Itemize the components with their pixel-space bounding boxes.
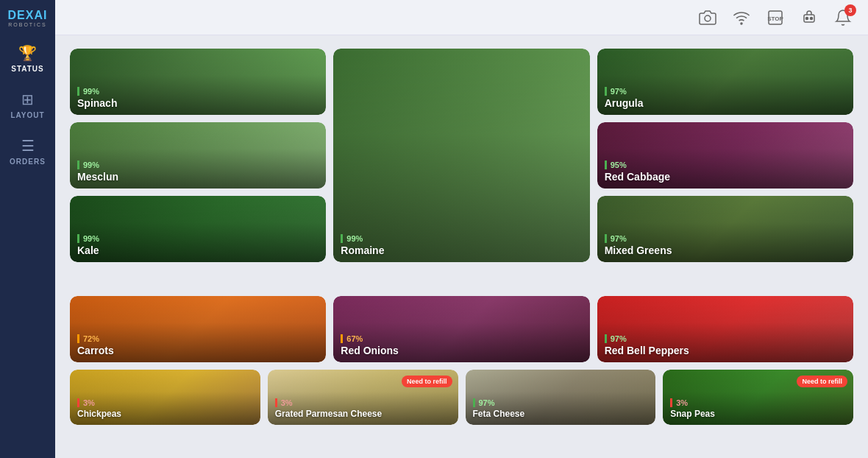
card-romaine[interactable]: 99% Romaine <box>333 49 589 262</box>
svg-text:STOP: STOP <box>767 15 783 22</box>
sidebar-label-layout: LAYOUT <box>10 111 44 119</box>
chickpeas-name: Chickpeas <box>77 409 253 419</box>
camera-icon[interactable] <box>697 7 718 28</box>
arugula-percent: 97% <box>605 87 846 96</box>
snap-peas-percent: 3% <box>670 398 846 407</box>
notification-icon[interactable]: 3 <box>833 7 853 28</box>
parmesan-refill-badge: Need to refill <box>402 376 452 387</box>
card-mixed-greens[interactable]: 97% Mixed Greens <box>597 196 853 262</box>
red-cabbage-name: Red Cabbage <box>605 171 846 183</box>
feta-percent: 97% <box>473 398 649 407</box>
top-bar: STOP 3 <box>55 0 868 35</box>
mixed-greens-name: Mixed Greens <box>605 244 846 256</box>
svg-point-6 <box>811 17 813 19</box>
card-arugula[interactable]: 97% Arugula <box>597 49 853 115</box>
stop-icon[interactable]: STOP <box>765 7 786 28</box>
red-cabbage-percent: 95% <box>605 161 846 169</box>
svg-point-1 <box>741 23 742 24</box>
card-snap-peas[interactable]: Need to refill 3% Snap Peas <box>663 370 853 425</box>
card-carrots[interactable]: 72% Carrots <box>70 296 326 362</box>
red-onions-name: Red Onions <box>341 345 582 356</box>
card-kale[interactable]: 99% Kale <box>70 196 326 262</box>
feta-name: Feta Cheese <box>473 409 649 419</box>
card-chickpeas[interactable]: 3% Chickpeas <box>70 370 260 425</box>
robot-icon[interactable] <box>799 7 819 28</box>
card-red-cabbage[interactable]: 95% Red Cabbage <box>597 122 853 189</box>
left-column: 99% Spinach 99% Mesclun <box>70 49 326 262</box>
veggies-section-row2: 3% Chickpeas Need to refill 3% Grated Pa… <box>70 370 853 425</box>
mixed-greens-percent: 97% <box>605 234 846 243</box>
chickpeas-percent: 3% <box>77 398 253 407</box>
orders-icon: ☰ <box>21 137 35 155</box>
greens-section: 99% Spinach 99% Mesclun <box>70 49 853 262</box>
arugula-name: Arugula <box>605 97 846 109</box>
right-column: 97% Arugula 95% Red Cabbage <box>597 49 853 262</box>
romaine-percent: 99% <box>341 234 582 243</box>
card-red-onions[interactable]: 67% Red Onions <box>333 296 589 362</box>
wifi-icon[interactable] <box>731 7 752 28</box>
kale-name: Kale <box>77 244 319 256</box>
red-onions-percent: 67% <box>341 334 582 343</box>
snap-peas-refill-badge: Need to refill <box>797 376 847 387</box>
sidebar-label-orders: ORDERS <box>10 158 46 166</box>
svg-point-5 <box>806 17 808 19</box>
red-bell-name: Red Bell Peppers <box>605 345 846 356</box>
parmesan-name: Grated Parmesan Cheese <box>275 409 451 419</box>
sidebar-item-status[interactable]: 🏆 STATUS <box>0 35 55 82</box>
card-grated-parmesan[interactable]: Need to refill 3% Grated Parmesan Cheese <box>268 370 458 425</box>
app-logo: DEXAI ROBOTICS <box>0 0 55 35</box>
card-red-bell-peppers[interactable]: 97% Red Bell Peppers <box>597 296 853 362</box>
sidebar-item-layout[interactable]: ⊞ LAYOUT <box>0 82 55 128</box>
sidebar-item-orders[interactable]: ☰ ORDERS <box>0 128 55 175</box>
spinach-name: Spinach <box>77 97 319 109</box>
sidebar: DEXAI ROBOTICS 🏆 STATUS ⊞ LAYOUT ☰ ORDER… <box>0 0 55 458</box>
veggies-section-row1: 72% Carrots 67% Red Onions 97% Red B <box>70 296 853 362</box>
logo-subtitle: ROBOTICS <box>8 22 48 27</box>
content-area: 99% Spinach 99% Mesclun <box>55 35 868 458</box>
romaine-name: Romaine <box>341 244 582 256</box>
card-feta-cheese[interactable]: 97% Feta Cheese <box>466 370 656 425</box>
mesclun-percent: 99% <box>77 161 319 169</box>
main-area: STOP 3 <box>55 0 868 458</box>
card-mesclun[interactable]: 99% Mesclun <box>70 122 326 189</box>
status-icon: 🏆 <box>18 44 37 62</box>
kale-percent: 99% <box>77 234 319 243</box>
red-bell-percent: 97% <box>605 334 846 343</box>
carrots-name: Carrots <box>77 345 319 356</box>
sidebar-label-status: STATUS <box>11 65 44 73</box>
notification-badge: 3 <box>844 4 856 16</box>
snap-peas-name: Snap Peas <box>670 409 846 419</box>
spinach-percent: 99% <box>77 87 319 96</box>
carrots-percent: 72% <box>77 334 319 343</box>
logo-name: DEXAI <box>8 9 48 22</box>
layout-icon: ⊞ <box>21 91 34 108</box>
card-spinach[interactable]: 99% Spinach <box>70 49 326 115</box>
mesclun-name: Mesclun <box>77 171 319 183</box>
gap-row <box>70 274 853 296</box>
svg-point-0 <box>705 15 711 21</box>
parmesan-percent: 3% <box>275 398 451 407</box>
